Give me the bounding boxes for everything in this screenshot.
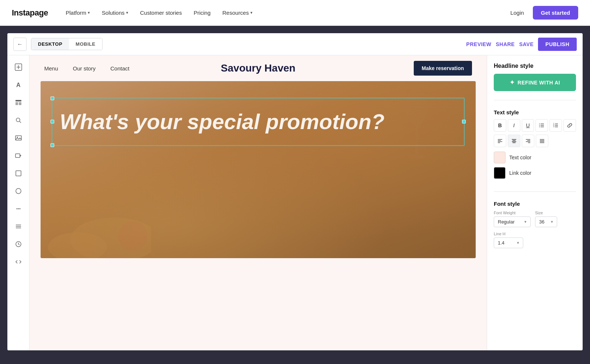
bread-decoration	[41, 184, 151, 258]
device-toggle: DESKTOP MOBILE	[31, 38, 103, 50]
svg-point-16	[18, 208, 19, 209]
bullet-list-button[interactable]	[535, 119, 548, 132]
mobile-button[interactable]: MOBILE	[69, 38, 102, 50]
nav-links: Platform ▾ Solutions ▾ Customer stories …	[66, 10, 510, 16]
font-style-section: Font style Font Weight Regular ▾ Size	[494, 201, 576, 248]
left-sidebar: A	[7, 55, 30, 350]
preview-button[interactable]: PREVIEW	[466, 41, 491, 47]
svg-point-24	[409, 155, 425, 159]
line-height-chevron-icon: ▾	[517, 240, 519, 245]
save-button[interactable]: SAVE	[519, 41, 534, 47]
contact-link[interactable]: Contact	[110, 65, 129, 72]
italic-button[interactable]: I	[508, 119, 520, 132]
svg-rect-5	[15, 102, 18, 105]
svg-rect-4	[15, 100, 21, 101]
image-icon[interactable]	[11, 131, 26, 145]
text-color-label: Text color	[509, 155, 531, 160]
bold-button[interactable]: B	[494, 119, 506, 132]
add-section-icon[interactable]	[11, 60, 26, 74]
layout-icon[interactable]	[11, 95, 26, 110]
nav-resources[interactable]: Resources ▾	[222, 10, 253, 16]
circle-icon[interactable]	[11, 184, 26, 198]
hero-headline[interactable]: What's your special promotion?	[60, 110, 457, 134]
nav-solutions[interactable]: Solutions ▾	[102, 10, 128, 16]
resources-chevron-icon: ▾	[250, 10, 253, 15]
get-started-button[interactable]: Get started	[533, 6, 578, 20]
svg-line-8	[20, 121, 21, 123]
ordered-list-button[interactable]: 1.2.3.	[549, 119, 562, 132]
reserve-button[interactable]: Make reservation	[414, 61, 472, 76]
svg-text:A: A	[16, 82, 21, 88]
menu-link[interactable]: Menu	[44, 65, 58, 72]
svg-point-14	[16, 188, 21, 194]
font-weight-select[interactable]: Regular ▾	[494, 216, 531, 227]
video-icon[interactable]	[11, 148, 26, 163]
handle-bottom-left[interactable]	[51, 143, 54, 147]
link-color-row: Link color	[494, 167, 576, 179]
line-height-label: Line H	[494, 232, 576, 236]
align-justify-button[interactable]	[536, 135, 548, 147]
refine-ai-button[interactable]: ✦ REFINE WITH AI	[494, 74, 576, 91]
dots-menu-icon[interactable]	[11, 201, 26, 216]
text-color-swatch[interactable]	[494, 152, 506, 163]
editor-container: ← DESKTOP MOBILE PREVIEW SHARE SAVE PUBL…	[7, 33, 583, 350]
platform-chevron-icon: ▾	[88, 10, 90, 15]
handle-mid-right[interactable]	[462, 120, 466, 124]
svg-rect-6	[19, 102, 21, 105]
back-icon: ←	[17, 41, 23, 48]
nav-pricing[interactable]: Pricing	[194, 10, 211, 16]
svg-point-7	[16, 118, 20, 122]
our-story-link[interactable]: Our story	[73, 65, 96, 72]
login-link[interactable]: Login	[510, 10, 524, 16]
hero-text-box[interactable]: What's your special promotion?	[52, 98, 465, 146]
svg-point-15	[16, 208, 17, 209]
back-button[interactable]: ←	[13, 38, 27, 51]
font-weight-chevron-icon: ▾	[524, 219, 527, 224]
logo: Instapage	[12, 8, 48, 18]
svg-point-33	[539, 126, 540, 127]
svg-marker-12	[20, 155, 21, 157]
desktop-button[interactable]: DESKTOP	[31, 38, 69, 50]
text-icon[interactable]: A	[11, 77, 26, 92]
svg-rect-13	[16, 171, 21, 176]
svg-point-27	[118, 221, 148, 251]
align-left-button[interactable]	[494, 135, 506, 147]
align-buttons-row	[494, 135, 576, 147]
hero-area: What's your special promotion?	[41, 81, 476, 258]
brand-name: Savoury Haven	[221, 62, 295, 74]
line-height-select[interactable]: 1.4 ▾	[494, 238, 523, 248]
restaurant-nav: Menu Our story Contact Savoury Haven Mak…	[30, 55, 487, 81]
line-height-row: Line H 1.4 ▾	[494, 232, 576, 248]
search-icon[interactable]	[11, 113, 26, 128]
align-center-button[interactable]	[508, 135, 520, 147]
code-icon[interactable]	[11, 254, 26, 269]
sparkle-icon: ✦	[510, 79, 515, 86]
nav-customer-stories[interactable]: Customer stories	[140, 10, 182, 16]
clock-icon[interactable]	[11, 237, 26, 252]
publish-button[interactable]: PUBLISH	[538, 38, 577, 51]
handle-top-left[interactable]	[51, 97, 54, 100]
share-button[interactable]: SHARE	[496, 41, 515, 47]
refine-ai-label: REFINE WITH AI	[518, 80, 560, 86]
nav-platform[interactable]: Platform ▾	[66, 10, 90, 16]
link-button[interactable]	[563, 119, 576, 132]
underline-button[interactable]: U	[522, 119, 534, 132]
text-style-section: Text style B I U 1.2.3.	[494, 109, 576, 183]
headline-style-section: Headline style ✦ REFINE WITH AI	[494, 63, 576, 91]
box-icon[interactable]	[11, 166, 26, 181]
font-size-field: Size 36 ▾	[535, 211, 557, 227]
solutions-chevron-icon: ▾	[126, 10, 128, 15]
font-style-title: Font style	[494, 201, 576, 207]
handle-mid-left[interactable]	[51, 120, 54, 124]
nav-actions: Login Get started	[510, 6, 578, 20]
font-size-select[interactable]: 36 ▾	[535, 216, 557, 227]
lines-icon[interactable]	[11, 219, 26, 234]
link-color-swatch[interactable]	[494, 167, 506, 179]
svg-point-10	[17, 137, 18, 138]
headline-style-title: Headline style	[494, 63, 576, 69]
svg-rect-9	[15, 136, 21, 140]
align-right-button[interactable]	[522, 135, 534, 147]
editor-toolbar: ← DESKTOP MOBILE PREVIEW SHARE SAVE PUBL…	[7, 33, 583, 55]
right-panel: Headline style ✦ REFINE WITH AI Text sty…	[487, 55, 583, 350]
font-size-label: Size	[535, 211, 557, 215]
